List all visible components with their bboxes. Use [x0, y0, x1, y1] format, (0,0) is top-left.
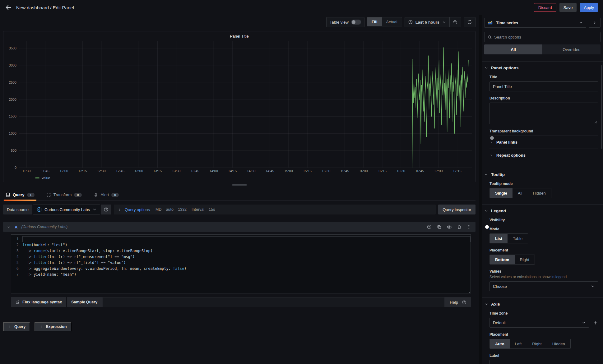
- drag-handle-icon[interactable]: [467, 224, 472, 230]
- option-single[interactable]: Single: [490, 188, 513, 198]
- chevron-right-icon: [118, 208, 122, 212]
- option-right[interactable]: Right: [515, 255, 535, 264]
- tab-alert-label: Alert: [101, 192, 109, 197]
- code-line-4[interactable]: |> filter(fn: (r) => r["_measurement"] =…: [22, 254, 471, 260]
- chevron-right-icon: [592, 21, 597, 25]
- time-series-chart[interactable]: [19, 41, 472, 168]
- tab-alert-badge: 0: [111, 193, 119, 197]
- options-search: [484, 32, 601, 42]
- tab-transform-label: Transform: [53, 192, 72, 197]
- panel-options-header[interactable]: Panel options: [484, 66, 598, 70]
- legend-series-color: [35, 177, 39, 178]
- query-options-link[interactable]: Query options: [125, 207, 150, 212]
- option-overrides[interactable]: Overrides: [542, 44, 601, 54]
- editor-code[interactable]: from(bucket: "test") |> range(start: v.t…: [22, 236, 471, 292]
- table-view-toggle[interactable]: [351, 20, 361, 25]
- panel-options-title: Panel options: [491, 66, 519, 70]
- legend-header[interactable]: Legend: [484, 209, 598, 213]
- legend-title: Legend: [491, 209, 506, 213]
- option-hidden[interactable]: Hidden: [527, 188, 551, 198]
- tab-query[interactable]: Query 1: [4, 190, 36, 200]
- option-fill[interactable]: Fill: [367, 17, 382, 26]
- hide-query-eye-icon[interactable]: [447, 224, 452, 230]
- flux-syntax-button[interactable]: Flux language syntax: [11, 297, 66, 307]
- zoom-out-icon: [453, 20, 458, 25]
- panel-title[interactable]: Panel Title: [3, 31, 475, 41]
- datasource-row: Data source Curious Community Labs Query…: [3, 205, 475, 214]
- options-search-input[interactable]: [494, 35, 597, 39]
- collapse-chevron-down-icon[interactable]: [7, 225, 11, 229]
- option-auto[interactable]: Auto: [490, 339, 510, 348]
- time-range-picker[interactable]: Last 6 hours: [405, 17, 449, 27]
- discard-button[interactable]: Discard: [534, 3, 556, 12]
- chart-body: 0500100015002000250030003500 11:3011:451…: [3, 41, 475, 182]
- code-line-1[interactable]: [22, 236, 471, 242]
- back-arrow-icon[interactable]: [5, 4, 12, 11]
- legend-mode-label: Mode: [489, 227, 598, 231]
- option-actual[interactable]: Actual: [382, 17, 402, 26]
- panel-title-input[interactable]: [489, 81, 598, 91]
- timezone-value: Default: [493, 320, 506, 325]
- add-timezone-plus-icon[interactable]: [593, 320, 598, 325]
- option-left[interactable]: Left: [510, 339, 527, 348]
- query-datasource-hint: (Curious Community Labs): [21, 225, 67, 229]
- option-all[interactable]: All: [513, 188, 527, 198]
- save-button[interactable]: Save: [559, 3, 577, 12]
- editor-help-button[interactable]: Help: [445, 297, 471, 307]
- add-query-button[interactable]: Query: [3, 322, 30, 331]
- option-hidden[interactable]: Hidden: [547, 339, 570, 348]
- panel-links-collapsible[interactable]: Panel links: [489, 136, 598, 149]
- refresh-icon: [467, 20, 472, 25]
- add-expression-button[interactable]: Expression: [35, 322, 71, 331]
- collapse-sidebar-button[interactable]: [589, 18, 601, 28]
- query-editor-header[interactable]: A (Curious Community Labs): [3, 222, 475, 232]
- visualization-picker[interactable]: Time series: [484, 18, 586, 28]
- axis-placement-label: Placement: [489, 332, 598, 337]
- delete-query-trash-icon[interactable]: [457, 224, 462, 230]
- query-ref-id[interactable]: A: [15, 225, 17, 229]
- code-line-5[interactable]: |> filter(fn: (r) => r["_field"] == "val…: [22, 260, 471, 266]
- refresh-button[interactable]: [464, 17, 475, 27]
- legend-values-select[interactable]: Choose: [489, 281, 598, 291]
- code-line-2[interactable]: from(bucket: "test"): [22, 242, 471, 248]
- query-help-icon[interactable]: [427, 224, 432, 230]
- sidebar-scrollbar[interactable]: [601, 65, 602, 149]
- code-line-7[interactable]: |> yield(name: "mean"): [22, 272, 471, 278]
- option-right[interactable]: Right: [527, 339, 547, 348]
- option-list[interactable]: List: [490, 234, 508, 243]
- tab-transform[interactable]: Transform 0: [44, 190, 84, 200]
- datasource-help-button[interactable]: [101, 205, 111, 214]
- panel-description-textarea[interactable]: [489, 103, 598, 124]
- transform-icon: [46, 192, 51, 197]
- code-line-6[interactable]: |> aggregateWindow(every: v.windowPeriod…: [22, 266, 471, 272]
- code-line-3[interactable]: |> range(start: v.timeRangeStart, stop: …: [22, 248, 471, 254]
- sample-query-button[interactable]: Sample Query: [67, 297, 102, 307]
- option-bottom[interactable]: Bottom: [490, 255, 515, 264]
- plus-icon: [8, 325, 12, 329]
- datasource-picker[interactable]: Curious Community Labs: [33, 205, 100, 214]
- repeat-options-collapsible[interactable]: Repeat options: [489, 149, 598, 162]
- axis-label-input[interactable]: [489, 360, 598, 364]
- apply-button[interactable]: Apply: [580, 3, 598, 12]
- pane-splitter[interactable]: [479, 15, 482, 364]
- timezone-select[interactable]: Default: [489, 318, 589, 328]
- query-inspector-button[interactable]: Query inspector: [438, 205, 475, 214]
- legend-series-label[interactable]: value: [42, 176, 50, 180]
- chevron-down-icon: [579, 21, 583, 25]
- time-controls-group: Last 6 hours: [405, 17, 461, 27]
- timeseries-viz-icon: [487, 20, 493, 25]
- flux-code-editor[interactable]: 1234567 from(bucket: "test") |> range(st…: [11, 234, 471, 293]
- zoom-out-button[interactable]: [450, 17, 461, 27]
- external-link-icon: [15, 300, 20, 304]
- chevron-down-icon: [484, 66, 488, 70]
- option-all[interactable]: All: [484, 44, 542, 54]
- panel-resize-handle[interactable]: [232, 184, 247, 186]
- chevron-down-icon: [92, 207, 97, 212]
- chevron-down-icon: [484, 209, 488, 213]
- tab-alert[interactable]: Alert 0: [92, 190, 121, 200]
- option-table[interactable]: Table: [508, 234, 528, 243]
- duplicate-query-icon[interactable]: [437, 224, 442, 230]
- axis-header[interactable]: Axis: [484, 302, 598, 306]
- tooltip-header[interactable]: Tooltip: [484, 172, 598, 177]
- add-expression-label: Expression: [46, 325, 67, 329]
